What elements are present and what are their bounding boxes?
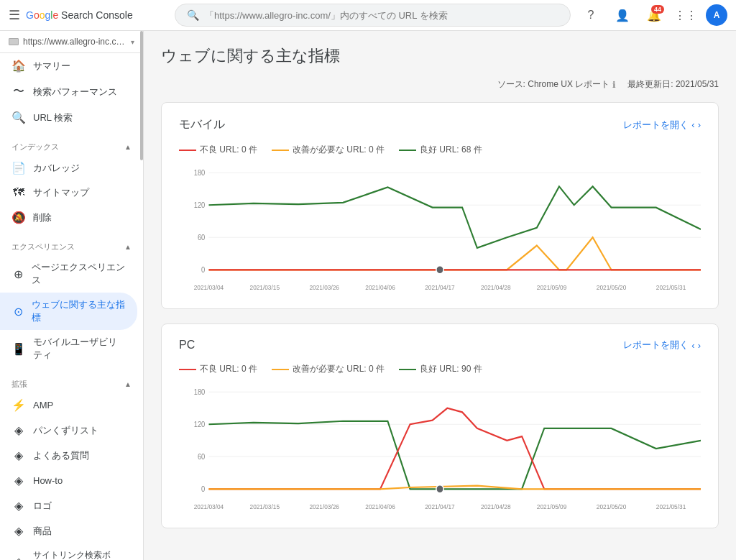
site-selector[interactable]: https://www.allegro-inc.com/ ▾ [0,31,143,53]
pc-chart-svg: 180 120 60 0 2021/03/04 2021/03/15 2021/… [179,384,701,513]
sidebar-item-product[interactable]: ◈ 商品 [0,518,137,543]
web-vitals-icon: ⊙ [12,305,24,318]
svg-text:2021/05/31: 2021/05/31 [656,284,686,291]
svg-text:2021/04/17: 2021/04/17 [425,284,455,291]
pc-card-title: PC [179,339,195,352]
sidebar-label-summary: サマリー [33,60,70,73]
svg-text:2021/05/31: 2021/05/31 [656,503,686,510]
section-header-index[interactable]: インデックス ▲ [0,136,143,155]
pc-report-label: レポートを開く [623,339,689,352]
product-icon: ◈ [12,524,26,538]
section-label-index: インデックス [12,142,59,152]
topbar-left: ☰ Google Search Console [9,7,166,23]
green-line-indicator-2 [399,369,416,370]
svg-text:2021/03/26: 2021/03/26 [310,284,340,291]
page-meta: ソース: Chrome UX レポート ℹ 最終更新日: 2021/05/31 [161,78,719,91]
mobile-card-title: モバイル [179,117,225,132]
sidebar-item-amp[interactable]: ⚡ AMP [0,393,137,418]
pc-chart: 180 120 60 0 2021/03/04 2021/03/15 2021/… [179,384,701,513]
updated-label: 最終更新日: 2021/05/31 [627,78,719,91]
chevron-down-icon: ▾ [131,38,134,46]
mobile-chart-svg: 180 120 60 0 2021/03/04 2021/03/15 2021/… [179,165,701,294]
content: ウェブに関する主な指標 ソース: Chrome UX レポート ℹ 最終更新日:… [144,31,736,560]
notifications-button[interactable]: 🔔 44 [643,4,666,27]
sidebar-label-logo: ロゴ [33,500,52,513]
mobile-icon: 📱 [12,342,26,356]
apps-button[interactable]: ⋮⋮ [674,4,697,27]
svg-text:2021/05/20: 2021/05/20 [597,284,627,291]
sidebar-item-url-inspect[interactable]: 🔍 URL 検索 [0,105,137,130]
page-title: ウェブに関する主な指標 [161,45,719,67]
notification-badge: 44 [651,5,664,14]
avatar[interactable]: A [706,4,727,26]
left-chevron-icon: ‹ [691,119,694,130]
right-chevron-icon-2: › [698,340,701,351]
sidebar-item-sitelinks[interactable]: ◈ サイトリンク検索ボッ... [0,543,137,560]
section-header-experience[interactable]: エクスペリエンス ▲ [0,236,143,255]
sidebar-item-breadcrumbs[interactable]: ◈ パンくずリスト [0,418,137,443]
svg-text:180: 180 [194,387,206,395]
sidebar-item-web-vitals[interactable]: ⊙ ウェブに関する主な指標 [0,293,137,330]
help-button[interactable]: ? [579,4,602,27]
svg-text:60: 60 [198,233,206,241]
mobile-report-link[interactable]: レポートを開く ‹ › [623,119,701,132]
sidebar-item-coverage[interactable]: 📄 カバレッジ [0,155,137,180]
mobile-legend-needs-improvement: 改善が必要な URL: 0 件 [272,144,385,156]
green-line-indicator [399,150,416,151]
breadcrumbs-icon: ◈ [12,423,26,437]
topbar-right: ? 👤 🔔 44 ⋮⋮ A [579,4,727,27]
topbar: ☰ Google Search Console 🔍 ? 👤 🔔 44 ⋮⋮ A [0,0,736,31]
section-label-enhancements: 拡張 [12,379,27,390]
source-info-icon[interactable]: ℹ [612,80,616,90]
pc-legend-good: 良好 URL: 90 件 [399,363,482,375]
sidebar-label-url-inspect: URL 検索 [33,111,73,124]
search-bar[interactable]: 🔍 [175,4,571,27]
left-chevron-icon-2: ‹ [691,340,694,351]
scrollbar[interactable] [140,31,143,160]
sidebar-label-howto: How-to [33,475,63,486]
account-button[interactable]: 👤 [611,4,634,27]
sidebar-label-sitelinks: サイトリンク検索ボッ... [33,549,126,560]
chevron-up-icon-3: ▲ [124,380,132,388]
sidebar-item-logo[interactable]: ◈ ロゴ [0,493,137,518]
svg-text:60: 60 [198,452,206,460]
svg-text:0: 0 [201,265,206,273]
mobile-legend-bad: 不良 URL: 0 件 [179,144,257,156]
logo-icon: ◈ [12,499,26,513]
chart-annotation-dot[interactable] [436,266,443,274]
pc-legend: 不良 URL: 0 件 改善が必要な URL: 0 件 良好 URL: 90 件 [179,363,701,375]
sitelinks-icon: ◈ [12,555,26,561]
sidebar-label-removal: 削除 [33,211,52,224]
sidebar-item-removal[interactable]: 🔕 削除 [0,205,137,230]
coverage-icon: 📄 [12,161,26,175]
svg-text:180: 180 [194,168,206,176]
sidebar-label-breadcrumbs: パンくずリスト [33,424,98,437]
svg-text:2021/04/06: 2021/04/06 [365,284,395,291]
mobile-needs-improvement-label: 改善が必要な URL: 0 件 [293,144,385,156]
sidebar-item-summary[interactable]: 🏠 サマリー [0,53,137,78]
right-chevron-icon: › [698,119,701,130]
sidebar-label-web-vitals: ウェブに関する主な指標 [32,298,126,324]
apps-icon: ⋮⋮ [674,9,697,22]
section-header-enhancements[interactable]: 拡張 ▲ [0,373,143,393]
red-line-indicator-2 [179,369,196,370]
svg-text:2021/03/15: 2021/03/15 [250,503,280,510]
sidebar-item-page-exp[interactable]: ⊕ ページエクスペリエンス [0,255,137,293]
menu-icon[interactable]: ☰ [9,7,20,23]
app-title: Google Search Console [26,9,133,21]
search-input[interactable] [205,10,558,21]
sidebar-item-howto[interactable]: ◈ How-to [0,468,137,493]
svg-text:120: 120 [194,420,206,428]
sidebar-label-faq: よくある質問 [33,449,89,462]
sidebar-item-sitemaps[interactable]: 🗺 サイトマップ [0,180,137,205]
pc-chart-annotation-dot[interactable] [436,485,443,493]
svg-text:2021/03/04: 2021/03/04 [194,503,224,510]
pc-report-link[interactable]: レポートを開く ‹ › [623,339,701,352]
chevron-up-icon: ▲ [124,143,132,151]
sidebar-item-mobile-usability[interactable]: 📱 モバイルユーザビリティ [0,330,137,367]
sidebar-item-performance[interactable]: 〜 検索パフォーマンス [0,78,137,105]
chevron-up-icon-2: ▲ [124,243,132,251]
sidebar-item-faq[interactable]: ◈ よくある質問 [0,443,137,468]
site-url: https://www.allegro-inc.com/ [23,37,126,47]
sidebar: https://www.allegro-inc.com/ ▾ 🏠 サマリー 〜 … [0,31,144,560]
